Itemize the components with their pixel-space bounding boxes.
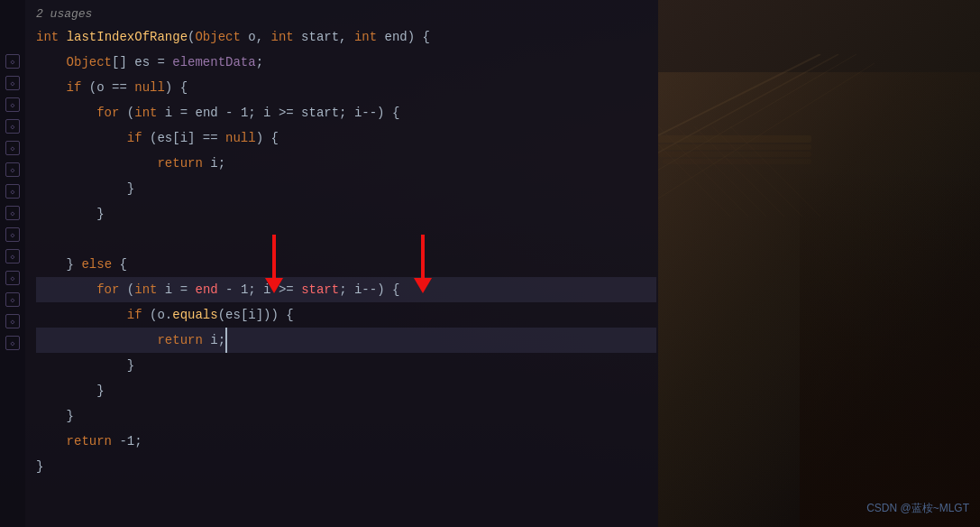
code-line-9: } else { bbox=[36, 252, 656, 277]
gutter-icon-10: ◇ bbox=[5, 271, 20, 285]
token-int-1: int bbox=[36, 24, 59, 50]
code-line-blank bbox=[36, 227, 656, 252]
svg-rect-6 bbox=[658, 152, 811, 157]
code-editor: 2 usages int lastIndexOfRange(Object o, … bbox=[25, 0, 656, 527]
watermark-text: CSDN @蓝桉~MLGT bbox=[866, 502, 969, 514]
code-line-3: if (o == null) { bbox=[36, 75, 656, 100]
code-line-15: } bbox=[36, 403, 656, 429]
svg-rect-4 bbox=[658, 135, 811, 143]
watermark: CSDN @蓝桉~MLGT bbox=[866, 501, 969, 516]
code-line-8: } bbox=[36, 201, 656, 227]
svg-line-0 bbox=[658, 54, 820, 144]
code-line-2: Object[] es = elementData; bbox=[36, 50, 656, 75]
gutter-icon-7: ◇ bbox=[5, 206, 20, 220]
code-line-17: } bbox=[36, 454, 656, 479]
token-start-highlighted: start bbox=[301, 277, 339, 302]
gutter-panel: ◇ ◇ ◇ ◇ ◇ ◇ ◇ ◇ ◇ ◇ ◇ ◇ ◇ ◇ bbox=[0, 0, 25, 527]
gutter-icon-2: ◇ bbox=[5, 97, 20, 112]
token-end-highlighted: end bbox=[195, 277, 217, 302]
svg-marker-17 bbox=[414, 278, 432, 293]
gutter-icon-11: ◇ bbox=[5, 292, 20, 307]
svg-rect-7 bbox=[663, 159, 811, 164]
code-line-11: if (o.equals(es[i])) { bbox=[36, 302, 656, 328]
code-line-5: if (es[i] == null) { bbox=[36, 125, 656, 151]
gutter-icon-1: ◇ bbox=[5, 76, 20, 90]
code-line-10: for (int i = end - 1; i >= start; i--) { bbox=[36, 277, 656, 302]
code-line-13: } bbox=[36, 353, 656, 378]
gutter-icon-0: ◇ bbox=[5, 54, 20, 69]
gutter-icon-13: ◇ bbox=[5, 336, 20, 350]
gutter-icon-12: ◇ bbox=[5, 314, 20, 328]
gutter-icon-6: ◇ bbox=[5, 184, 20, 199]
arrow-start bbox=[412, 235, 434, 293]
code-line-16: return -1; bbox=[36, 429, 656, 454]
token-fn-name: lastIndexOfRange bbox=[67, 24, 188, 50]
usages-count: 2 usages bbox=[36, 7, 656, 21]
gutter-icon-4: ◇ bbox=[5, 141, 20, 155]
code-line-4: for (int i = end - 1; i >= start; i--) { bbox=[36, 100, 656, 125]
code-line-12: return i; bbox=[36, 328, 656, 353]
code-line-1: int lastIndexOfRange(Object o, int start… bbox=[36, 24, 656, 50]
gutter-icon-9: ◇ bbox=[5, 249, 20, 264]
code-line-7: } bbox=[36, 176, 656, 201]
gutter-icon-3: ◇ bbox=[5, 119, 20, 134]
gutter-icon-8: ◇ bbox=[5, 227, 20, 242]
figure-silhouette bbox=[800, 166, 980, 527]
svg-marker-15 bbox=[265, 278, 283, 293]
background-right-panel bbox=[658, 0, 980, 527]
code-line-6: return i; bbox=[36, 151, 656, 176]
arrow-end bbox=[263, 235, 285, 293]
code-line-14: } bbox=[36, 378, 656, 403]
gutter-icon-5: ◇ bbox=[5, 162, 20, 177]
